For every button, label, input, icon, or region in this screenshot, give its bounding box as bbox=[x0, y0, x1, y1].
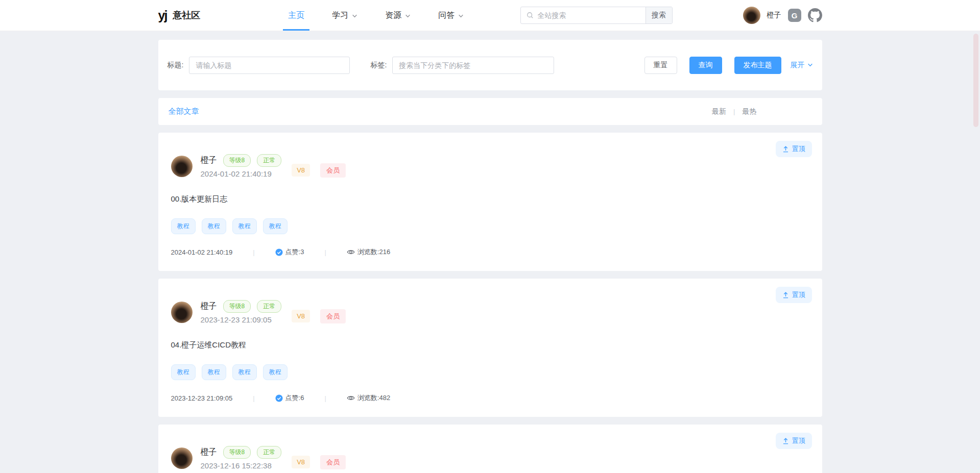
post-header: 橙子 等级8 正常 2023-12-23 21:09:05 V8 会员 bbox=[171, 279, 809, 324]
filter-actions: 重置 查询 发布主题 展开 bbox=[644, 57, 813, 74]
nav-item-learn[interactable]: 学习 bbox=[331, 0, 358, 31]
list-bar: 全部文章 最新 | 最热 bbox=[158, 98, 822, 125]
title-filter-group: 标题: bbox=[168, 57, 350, 74]
member-badge: 会员 bbox=[320, 309, 346, 323]
pin-button[interactable]: 置顶 bbox=[776, 141, 812, 157]
tag-pill[interactable]: 教程 bbox=[232, 218, 257, 234]
views-meta: 浏览数:216 bbox=[347, 247, 390, 257]
nav-item-label: 主页 bbox=[288, 10, 304, 21]
member-badge: 会员 bbox=[320, 455, 346, 469]
vip-badge: V8 bbox=[292, 164, 310, 177]
post-tags: 教程 教程 教程 教程 bbox=[171, 364, 809, 380]
views-icon bbox=[347, 394, 355, 402]
post-author[interactable]: 橙子 bbox=[201, 301, 217, 312]
publish-topic-button[interactable]: 发布主题 bbox=[734, 57, 781, 74]
sort-group: 最新 | 最热 bbox=[712, 107, 811, 116]
likes-count: 点赞:6 bbox=[285, 393, 304, 403]
site-logo[interactable]: yj 意社区 bbox=[158, 8, 201, 23]
post-footer: 2023-12-23 21:09:05 | 点赞:6 | 浏览数:482 bbox=[171, 393, 809, 417]
query-button[interactable]: 查询 bbox=[689, 57, 722, 74]
meta-divider: | bbox=[253, 248, 254, 256]
user-area: 橙子 G bbox=[743, 7, 822, 24]
post-author[interactable]: 橙子 bbox=[201, 447, 217, 458]
status-badge: 正常 bbox=[257, 154, 281, 167]
title-filter-label: 标题: bbox=[168, 61, 184, 70]
level-badge: 等级8 bbox=[223, 154, 251, 167]
chevron-down-icon bbox=[458, 13, 464, 19]
title-filter-input[interactable] bbox=[189, 57, 350, 74]
sort-hottest-link[interactable]: 最热 bbox=[743, 107, 757, 116]
nav-item-resources[interactable]: 资源 bbox=[384, 0, 412, 31]
all-articles-link[interactable]: 全部文章 bbox=[169, 107, 199, 116]
post-title[interactable]: 04.橙子运维CICD教程 bbox=[171, 340, 809, 350]
nav-item-label: 学习 bbox=[332, 10, 348, 21]
github-icon[interactable] bbox=[808, 8, 822, 22]
views-count: 浏览数:482 bbox=[357, 393, 390, 403]
nav-item-home[interactable]: 主页 bbox=[287, 0, 305, 31]
vip-badge: V8 bbox=[292, 456, 310, 468]
meta-divider: | bbox=[324, 394, 326, 402]
avatar[interactable] bbox=[171, 156, 193, 177]
avatar[interactable] bbox=[171, 447, 193, 469]
avatar[interactable] bbox=[171, 302, 193, 323]
tag-filter-input[interactable] bbox=[392, 57, 554, 74]
tag-pill[interactable]: 教程 bbox=[263, 218, 288, 234]
post-title[interactable]: 00.版本更新日志 bbox=[171, 194, 809, 204]
tag-filter-label: 标签: bbox=[370, 61, 387, 70]
post-footer-date: 2023-12-23 21:09:05 bbox=[171, 394, 233, 402]
chevron-down-icon bbox=[352, 13, 357, 19]
main-nav: 主页 学习 资源 问答 bbox=[287, 0, 465, 31]
like-icon bbox=[275, 248, 283, 256]
post-header: 橙子 等级8 正常 2024-01-02 21:40:19 V8 会员 bbox=[171, 133, 809, 178]
post-header: 橙子 等级8 正常 2023-12-16 15:22:38 V8 会员 bbox=[171, 425, 809, 470]
tag-pill[interactable]: 教程 bbox=[202, 364, 226, 380]
likes-meta: 点赞:3 bbox=[275, 247, 304, 257]
pin-icon bbox=[782, 292, 789, 298]
tag-filter-group: 标签: bbox=[370, 57, 554, 74]
main-content: 标题: 标签: 重置 查询 发布主题 展开 全部文章 最新 | 最热 bbox=[158, 40, 822, 473]
search-input-wrap bbox=[521, 7, 646, 23]
tag-pill[interactable]: 教程 bbox=[232, 364, 257, 380]
tag-pill[interactable]: 教程 bbox=[263, 364, 288, 380]
chevron-down-icon bbox=[405, 13, 411, 19]
pin-label: 置顶 bbox=[792, 144, 805, 154]
pin-button[interactable]: 置顶 bbox=[776, 287, 812, 303]
scrollbar-thumb[interactable] bbox=[973, 34, 978, 127]
post-card: 置顶 橙子 等级8 正常 2023-12-16 15:22:38 V8 会员 bbox=[158, 425, 822, 473]
nav-item-label: 问答 bbox=[438, 10, 455, 21]
sort-newest-link[interactable]: 最新 bbox=[712, 107, 726, 116]
post-footer: 2024-01-02 21:40:19 | 点赞:3 | 浏览数:216 bbox=[171, 247, 809, 271]
search-button[interactable]: 搜索 bbox=[646, 7, 672, 23]
pin-label: 置顶 bbox=[792, 290, 805, 300]
vip-badges: V8 会员 bbox=[292, 163, 346, 178]
tag-pill[interactable]: 教程 bbox=[202, 218, 226, 234]
user-avatar[interactable] bbox=[743, 7, 760, 24]
tag-pill[interactable]: 教程 bbox=[171, 218, 196, 234]
meta-divider: | bbox=[253, 394, 254, 402]
filter-panel: 标题: 标签: 重置 查询 发布主题 展开 bbox=[158, 40, 822, 90]
meta-divider: | bbox=[324, 248, 326, 256]
logo-icon: yj bbox=[158, 8, 167, 23]
vip-badges: V8 会员 bbox=[292, 455, 346, 469]
tag-pill[interactable]: 教程 bbox=[171, 364, 196, 380]
post-footer-date: 2024-01-02 21:40:19 bbox=[171, 248, 233, 256]
status-badge: 正常 bbox=[257, 300, 281, 313]
user-name[interactable]: 橙子 bbox=[767, 11, 781, 20]
status-badge: 正常 bbox=[257, 446, 281, 459]
gitee-icon[interactable]: G bbox=[788, 9, 801, 22]
pin-button[interactable]: 置顶 bbox=[776, 433, 812, 449]
post-author[interactable]: 橙子 bbox=[201, 155, 217, 166]
post-datetime: 2024-01-02 21:40:19 bbox=[201, 169, 282, 178]
chevron-down-icon bbox=[807, 62, 813, 68]
reset-button[interactable]: 重置 bbox=[644, 57, 677, 74]
vip-badge: V8 bbox=[292, 310, 310, 322]
search-input[interactable] bbox=[538, 11, 640, 19]
likes-count: 点赞:3 bbox=[285, 247, 304, 257]
post-user-block: 橙子 等级8 正常 2023-12-23 21:09:05 bbox=[201, 300, 282, 324]
nav-item-qa[interactable]: 问答 bbox=[437, 0, 465, 31]
views-meta: 浏览数:482 bbox=[347, 393, 390, 403]
level-badge: 等级8 bbox=[223, 446, 251, 459]
expand-link[interactable]: 展开 bbox=[791, 61, 813, 70]
post-user-block: 橙子 等级8 正常 2024-01-02 21:40:19 bbox=[201, 154, 282, 178]
post-tags: 教程 教程 教程 教程 bbox=[171, 218, 809, 234]
